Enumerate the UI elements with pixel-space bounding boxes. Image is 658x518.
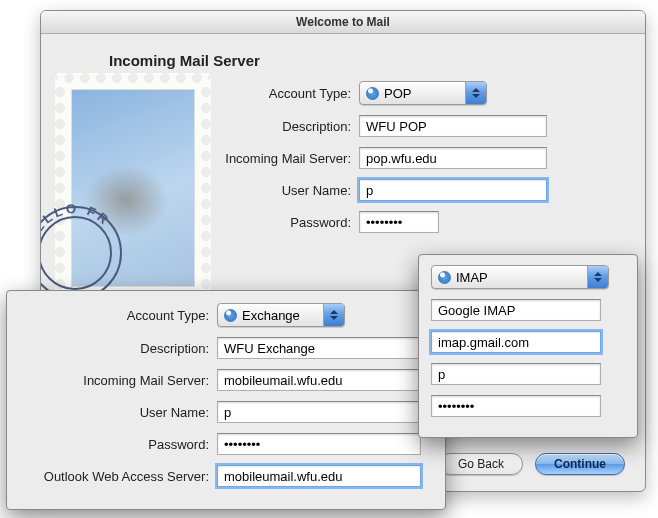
server-input-pop[interactable] — [359, 147, 547, 169]
select-arrows-icon — [323, 304, 344, 326]
select-arrows-icon — [587, 266, 608, 288]
description-input-pop[interactable] — [359, 115, 547, 137]
label-server-ex: Incoming Mail Server: — [19, 373, 217, 388]
account-type-value-imap: IMAP — [456, 270, 494, 285]
label-owa: Outlook Web Access Server: — [19, 469, 217, 484]
server-input-imap[interactable] — [431, 331, 601, 353]
globe-icon — [438, 271, 451, 284]
window-titlebar: Welcome to Mail — [41, 11, 645, 34]
description-input-imap[interactable] — [431, 299, 601, 321]
username-input-pop[interactable] — [359, 179, 547, 201]
globe-icon — [224, 309, 237, 322]
label-description: Description: — [61, 119, 359, 134]
account-type-value-ex: Exchange — [242, 308, 306, 323]
label-description-ex: Description: — [19, 341, 217, 356]
label-account-type-ex: Account Type: — [19, 308, 217, 323]
password-input-imap[interactable] — [431, 395, 601, 417]
go-back-button[interactable]: Go Back — [439, 453, 523, 475]
account-type-select-exchange[interactable]: Exchange — [217, 303, 345, 327]
label-user-ex: User Name: — [19, 405, 217, 420]
server-input-exchange[interactable] — [217, 369, 421, 391]
continue-button[interactable]: Continue — [535, 453, 625, 475]
label-account-type: Account Type: — [61, 86, 359, 101]
label-password: Password: — [61, 215, 359, 230]
password-input-pop[interactable] — [359, 211, 439, 233]
username-input-exchange[interactable] — [217, 401, 421, 423]
label-incoming-server: Incoming Mail Server: — [61, 151, 359, 166]
account-type-select-pop[interactable]: POP — [359, 81, 487, 105]
section-title: Incoming Mail Server — [109, 52, 625, 69]
password-input-exchange[interactable] — [217, 433, 421, 455]
window-title: Welcome to Mail — [296, 15, 390, 29]
window-content: Incoming Mail Server HELLO FR — [41, 34, 645, 233]
label-user-name: User Name: — [61, 183, 359, 198]
button-row: Go Back Continue — [439, 453, 625, 475]
imap-panel: IMAP — [418, 254, 638, 438]
select-arrows-icon — [465, 82, 486, 104]
username-input-imap[interactable] — [431, 363, 601, 385]
owa-input-exchange[interactable] — [217, 465, 421, 487]
exchange-panel: Account Type: Exchange Description: Inco… — [6, 290, 446, 510]
label-pass-ex: Password: — [19, 437, 217, 452]
description-input-exchange[interactable] — [217, 337, 421, 359]
globe-icon — [366, 87, 379, 100]
account-type-select-imap[interactable]: IMAP — [431, 265, 609, 289]
account-type-value: POP — [384, 86, 417, 101]
